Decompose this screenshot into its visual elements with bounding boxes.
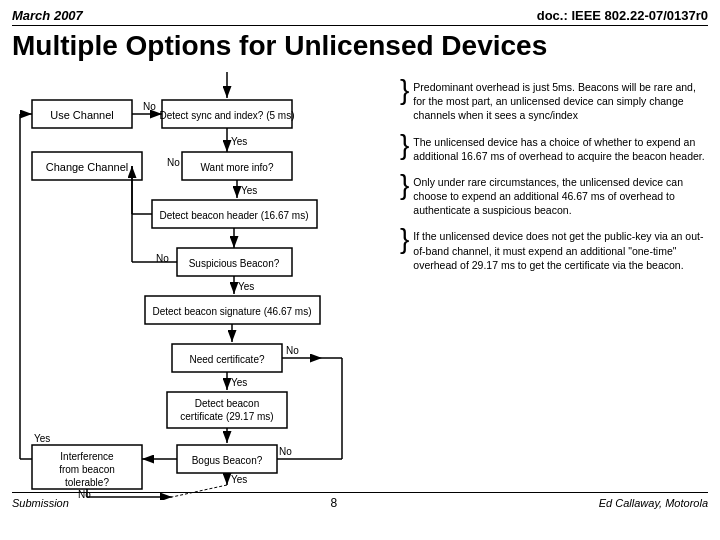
notes-area: } Predominant overhead is just 5ms. Beac… bbox=[400, 70, 708, 490]
svg-text:from beacon: from beacon bbox=[59, 464, 115, 475]
svg-text:Yes: Yes bbox=[231, 377, 247, 388]
flowchart-svg: Use Channel No Detect sync and index? (5… bbox=[12, 70, 392, 500]
svg-text:No: No bbox=[279, 446, 292, 457]
header-right: doc.: IEEE 802.22-07/0137r0 bbox=[537, 8, 708, 23]
note-text-2: The unlicensed device has a choice of wh… bbox=[413, 135, 708, 163]
svg-text:No: No bbox=[286, 345, 299, 356]
svg-text:Yes: Yes bbox=[231, 136, 247, 147]
svg-text:Need certificate?: Need certificate? bbox=[189, 354, 264, 365]
svg-text:Bogus Beacon?: Bogus Beacon? bbox=[192, 455, 263, 466]
note-text-3: Only under rare circumstances, the unlic… bbox=[413, 175, 708, 218]
brace-icon-2: } bbox=[400, 131, 409, 159]
svg-text:Detect beacon: Detect beacon bbox=[195, 398, 260, 409]
svg-text:Suspicious Beacon?: Suspicious Beacon? bbox=[189, 258, 280, 269]
svg-text:No: No bbox=[143, 101, 156, 112]
header-left: March 2007 bbox=[12, 8, 83, 23]
flowchart-area: Use Channel No Detect sync and index? (5… bbox=[12, 70, 392, 490]
svg-text:Yes: Yes bbox=[238, 281, 254, 292]
svg-text:Detect beacon signature (46.67: Detect beacon signature (46.67 ms) bbox=[153, 306, 312, 317]
svg-text:Detect sync and index? (5 ms): Detect sync and index? (5 ms) bbox=[159, 110, 294, 121]
svg-text:No: No bbox=[167, 157, 180, 168]
svg-text:Want more info?: Want more info? bbox=[201, 162, 274, 173]
brace-icon-1: } bbox=[400, 76, 409, 104]
note-text-1: Predominant overhead is just 5ms. Beacon… bbox=[413, 80, 708, 123]
note-1: } Predominant overhead is just 5ms. Beac… bbox=[400, 80, 708, 123]
brace-icon-4: } bbox=[400, 225, 409, 253]
svg-text:certificate (29.17 ms): certificate (29.17 ms) bbox=[180, 411, 273, 422]
note-2: } The unlicensed device has a choice of … bbox=[400, 135, 708, 163]
svg-text:Use Channel: Use Channel bbox=[50, 109, 114, 121]
brace-icon-3: } bbox=[400, 171, 409, 199]
svg-text:Yes: Yes bbox=[231, 474, 247, 485]
note-3: } Only under rare circumstances, the unl… bbox=[400, 175, 708, 218]
footer-right: Ed Callaway, Motorola bbox=[599, 497, 708, 509]
page-title: Multiple Options for Unlicensed Devices bbox=[12, 30, 708, 62]
main-content: Use Channel No Detect sync and index? (5… bbox=[12, 70, 708, 490]
page: March 2007 doc.: IEEE 802.22-07/0137r0 M… bbox=[0, 0, 720, 540]
svg-text:Yes: Yes bbox=[241, 185, 257, 196]
header-row: March 2007 doc.: IEEE 802.22-07/0137r0 bbox=[12, 8, 708, 26]
svg-text:No: No bbox=[78, 489, 91, 500]
svg-line-64 bbox=[172, 485, 227, 497]
svg-text:Change Channel: Change Channel bbox=[46, 161, 129, 173]
svg-text:Detect beacon header (16.67 ms: Detect beacon header (16.67 ms) bbox=[160, 210, 309, 221]
note-4: } If the unlicensed device does not get … bbox=[400, 229, 708, 272]
svg-text:tolerable?: tolerable? bbox=[65, 477, 109, 488]
note-text-4: If the unlicensed device does not get th… bbox=[413, 229, 708, 272]
svg-text:Interference: Interference bbox=[60, 451, 114, 462]
svg-text:Yes: Yes bbox=[34, 433, 50, 444]
